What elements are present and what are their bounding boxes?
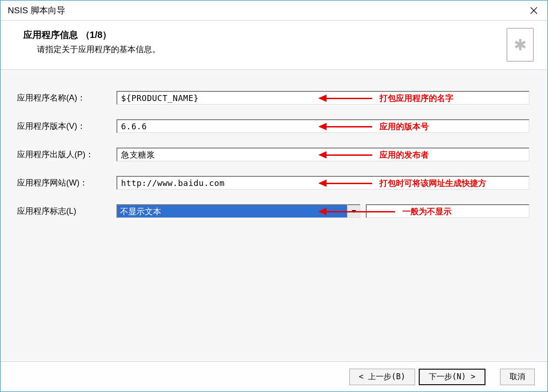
label-app-version: 应用程序版本(V)： xyxy=(17,121,116,132)
wizard-window: NSIS 脚本向导 应用程序信息 （1/8） 请指定关于应用程序的基本信息。 ✱… xyxy=(0,0,548,392)
window-title: NSIS 脚本向导 xyxy=(8,5,65,16)
input-app-website[interactable] xyxy=(116,176,529,190)
label-app-website: 应用程序网站(W)： xyxy=(17,177,116,188)
header-title: 应用程序信息 （1/8） xyxy=(23,29,160,41)
input-app-name[interactable] xyxy=(116,91,529,105)
cancel-button[interactable]: 取消 xyxy=(500,369,535,385)
header-text: 应用程序信息 （1/8） 请指定关于应用程序的基本信息。 xyxy=(23,27,160,55)
input-app-version[interactable] xyxy=(116,119,529,133)
close-button[interactable] xyxy=(520,0,548,21)
row-app-version: 应用程序版本(V)： 应用的版本号 xyxy=(17,118,529,134)
wizard-header: 应用程序信息 （1/8） 请指定关于应用程序的基本信息。 ✱ xyxy=(0,21,548,70)
input-app-publisher[interactable] xyxy=(116,148,529,161)
titlebar: NSIS 脚本向导 xyxy=(0,0,548,21)
star-icon: ✱ xyxy=(514,37,527,53)
wizard-footer: < 上一步(B) 下一步(N) > 取消 xyxy=(0,361,548,392)
row-app-website: 应用程序网站(W)： 打包时可将该网址生成快捷方 xyxy=(17,175,529,191)
back-button[interactable]: < 上一步(B) xyxy=(349,369,415,385)
input-app-logo-path[interactable] xyxy=(366,204,529,218)
select-app-logo[interactable]: 不显示文本 xyxy=(116,204,348,218)
label-app-logo: 应用程序标志(L) xyxy=(17,206,116,217)
header-subtitle: 请指定关于应用程序的基本信息。 xyxy=(23,44,160,55)
label-app-publisher: 应用程序出版人(P)： xyxy=(17,149,116,160)
close-icon xyxy=(530,7,537,14)
select-app-logo-value: 不显示文本 xyxy=(120,206,161,217)
row-app-name: 应用程序名称(A)： 打包应用程序的名字 xyxy=(17,90,529,106)
select-app-logo-dropdown-button[interactable] xyxy=(348,204,360,218)
next-button[interactable]: 下一步(N) > xyxy=(419,369,485,385)
label-app-name: 应用程序名称(A)： xyxy=(17,92,116,103)
row-app-publisher: 应用程序出版人(P)： 应用的发布者 xyxy=(17,147,529,162)
wizard-page-icon: ✱ xyxy=(506,28,534,62)
chevron-down-icon xyxy=(352,210,356,213)
row-app-logo: 应用程序标志(L) 不显示文本 一般为不显示 xyxy=(17,203,529,219)
form-area: 应用程序名称(A)： 打包应用程序的名字 应用程序版本(V)： 应用的版本号 应… xyxy=(0,70,548,361)
